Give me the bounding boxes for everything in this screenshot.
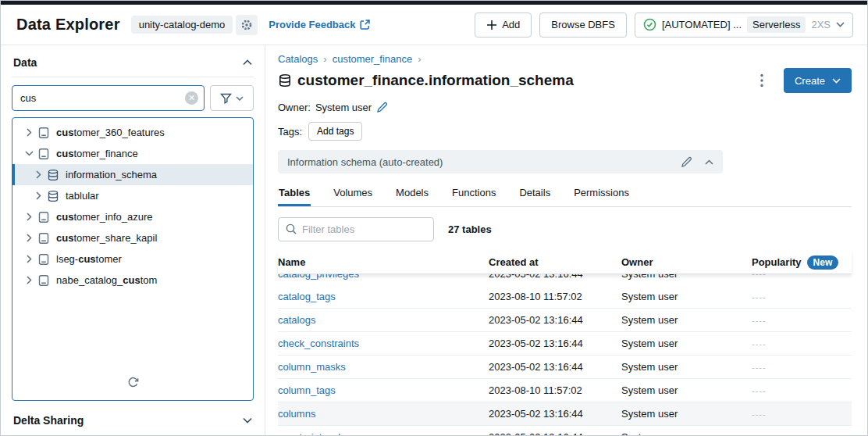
provide-feedback-label: Provide Feedback	[269, 19, 355, 30]
column-header-created-at[interactable]: Created at	[489, 256, 621, 268]
table-link[interactable]: check_constraints	[278, 338, 489, 349]
schema-icon	[47, 190, 59, 202]
tree-item-label: tablular	[66, 190, 99, 202]
add-tags-button[interactable]: Add tags	[308, 122, 362, 141]
tab-bar: Tables Volumes Models Functions Details …	[278, 185, 852, 207]
tab-models[interactable]: Models	[395, 185, 429, 206]
cell-created: 2023-05-02 13:16:44	[489, 338, 621, 349]
chevron-up-icon	[243, 59, 252, 66]
breadcrumb-separator: ›	[323, 53, 326, 65]
tab-tables[interactable]: Tables	[278, 185, 311, 206]
chevron-right-icon[interactable]	[22, 213, 36, 221]
catalog-icon	[37, 148, 50, 160]
browse-dbfs-button[interactable]: Browse DBFS	[539, 13, 627, 38]
cell-popularity: ----	[752, 339, 852, 348]
catalog-search-input[interactable]	[12, 85, 205, 111]
tab-volumes[interactable]: Volumes	[333, 185, 373, 206]
chevron-right-icon[interactable]	[22, 255, 36, 263]
table-row: catalog_privileges 2023-05-02 13:16:44 S…	[278, 274, 852, 285]
cell-created: 2023-05-02 13:16:44	[489, 408, 621, 420]
tags-row: Tags: Add tags	[278, 122, 852, 141]
chevron-down-icon	[836, 22, 845, 27]
provide-feedback-link[interactable]: Provide Feedback	[269, 19, 369, 30]
breadcrumb-catalogs[interactable]: Catalogs	[278, 53, 318, 65]
cell-owner: System user	[621, 314, 752, 326]
chevron-right-icon[interactable]	[22, 128, 36, 137]
create-button[interactable]: Create	[784, 68, 852, 93]
table-link[interactable]: column_tags	[278, 384, 489, 396]
tab-details[interactable]: Details	[518, 185, 551, 206]
filter-tables-input[interactable]	[278, 217, 434, 241]
table-link[interactable]: catalog_privileges	[278, 274, 489, 280]
column-header-owner[interactable]: Owner	[621, 256, 752, 268]
chevron-right-icon[interactable]	[31, 191, 45, 200]
chevron-down-icon[interactable]	[22, 151, 36, 156]
tree-item-customer-360-features[interactable]: customer_360_features	[12, 122, 253, 143]
cell-popularity: ----	[752, 409, 852, 419]
table-link[interactable]: column_masks	[278, 361, 489, 373]
comment-text: Information schema (auto-created)	[287, 156, 443, 168]
table-count: 27 tables	[448, 223, 492, 235]
add-button[interactable]: Add	[475, 13, 532, 38]
page-title: Data Explorer	[16, 16, 120, 34]
tree-item-tablular[interactable]: tablular	[12, 185, 253, 206]
tree-item-information-schema[interactable]: information_schema	[12, 164, 253, 185]
cell-owner: System user	[621, 291, 752, 302]
table-link[interactable]: catalogs	[278, 314, 489, 326]
chevron-right-icon[interactable]	[22, 234, 36, 242]
tree-item-label: information_schema	[66, 169, 157, 180]
chevron-up-icon[interactable]	[705, 159, 713, 165]
owner-row: Owner: System user	[278, 102, 852, 113]
sidebar-section-delta-sharing[interactable]: Delta Sharing	[12, 407, 254, 430]
edit-pencil-icon[interactable]	[681, 156, 692, 168]
tree-item-customer-share-kapil[interactable]: customer_share_kapil	[12, 227, 253, 248]
schema-icon	[278, 73, 292, 88]
delta-sharing-label: Delta Sharing	[13, 414, 84, 427]
app-header: Data Explorer unity-catalog-demo Provide…	[1, 5, 867, 45]
kebab-menu-icon[interactable]	[757, 70, 767, 91]
cell-created: 2023-05-02 13:16:44	[489, 314, 621, 326]
table-link[interactable]: constraint_column_usage	[278, 431, 489, 436]
cluster-selector[interactable]: [AUTOMATED] ... Serverless 2XS	[635, 13, 853, 38]
settings-button[interactable]	[236, 15, 258, 35]
catalog-search-row: ✕	[12, 85, 254, 111]
cell-popularity: ----	[752, 433, 852, 436]
column-header-popularity[interactable]: Popularity	[752, 256, 802, 268]
tree-item-nabe-catalog-custom[interactable]: nabe_catalog_custom	[12, 270, 253, 291]
tab-permissions[interactable]: Permissions	[573, 185, 630, 206]
tab-functions[interactable]: Functions	[451, 185, 496, 206]
tree-item-label: customer_share_kapil	[56, 232, 157, 244]
breadcrumb-separator: ›	[418, 53, 421, 65]
cluster-size: 2XS	[811, 19, 831, 30]
cell-popularity: ----	[752, 363, 852, 372]
column-header-name[interactable]: Name	[278, 256, 489, 268]
catalog-tree: customer_360_features customer_finance i…	[12, 117, 254, 401]
filter-dropdown-button[interactable]	[210, 85, 254, 111]
table-link[interactable]: columns	[278, 408, 489, 420]
cell-owner: System user	[621, 408, 752, 420]
cell-created: 2023-08-10 11:57:02	[489, 291, 621, 302]
scrolled-row-clip: catalog_privileges 2023-05-02 13:16:44 S…	[278, 274, 852, 285]
table-link[interactable]: catalog_tags	[278, 291, 489, 302]
chevron-right-icon[interactable]	[22, 276, 36, 284]
tree-item-customer-finance[interactable]: customer_finance	[12, 143, 253, 164]
tree-item-customer-info-azure[interactable]: customer_info_azure	[12, 206, 253, 227]
schema-title: customer_finance.information_schema	[297, 72, 574, 89]
catalog-icon	[37, 274, 50, 287]
sidebar-section-data[interactable]: Data	[12, 55, 254, 77]
refresh-icon[interactable]	[126, 376, 140, 389]
app-window: Data Explorer unity-catalog-demo Provide…	[0, 0, 868, 436]
cell-popularity: ----	[752, 316, 852, 325]
tags-label: Tags:	[278, 126, 302, 138]
clear-search-icon[interactable]: ✕	[185, 91, 198, 105]
sidebar-divider	[12, 77, 254, 77]
sidebar: Data ✕	[1, 45, 265, 436]
tree-item-lseg-customer[interactable]: lseg-customer	[12, 248, 253, 270]
breadcrumb-customer-finance[interactable]: customer_finance	[333, 53, 413, 65]
table-row: catalogs 2023-05-02 13:16:44 System user…	[278, 309, 852, 332]
tree-item-label: lseg-customer	[56, 253, 122, 265]
chevron-down-icon	[243, 417, 252, 423]
chevron-right-icon[interactable]	[31, 170, 45, 179]
table-row: columns 2023-05-02 13:16:44 System user …	[278, 402, 852, 426]
edit-pencil-icon[interactable]	[376, 102, 388, 113]
